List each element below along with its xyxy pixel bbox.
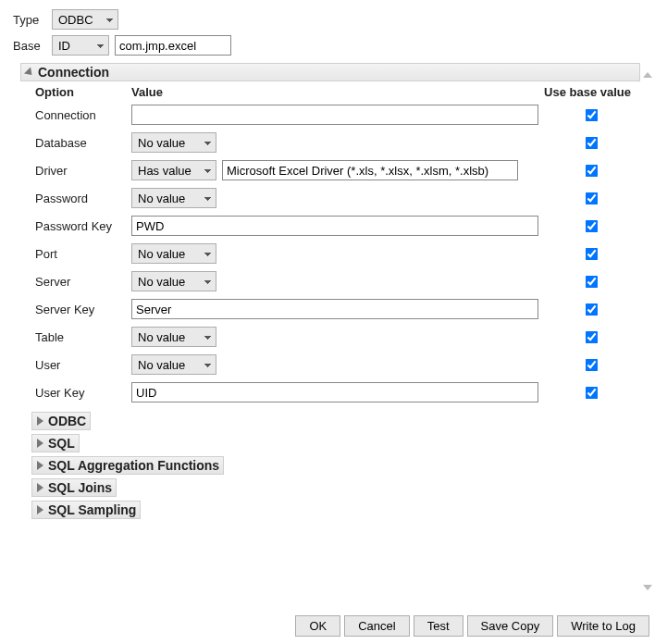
chevron-right-icon [37,416,43,426]
row-pwdkey-label: Password Key [35,212,128,238]
row-user-label: User [35,351,128,377]
chevron-right-icon [37,505,43,514]
serverkey-input[interactable] [131,299,538,319]
serverkey-usebase-check[interactable] [586,303,599,316]
chevron-right-icon [37,483,43,492]
section-sql-agg-header[interactable]: SQL Aggregation Functions [31,456,224,475]
port-select[interactable]: No value [131,243,216,264]
section-sql-joins-header[interactable]: SQL Joins [31,478,117,497]
content-area: Connection Option Value Use base value C… [0,63,655,521]
row-table-label: Table [35,323,128,349]
chevron-right-icon [37,439,43,448]
user-usebase-check[interactable] [586,358,599,371]
type-select[interactable]: ODBC [52,9,118,30]
row-database-label: Database [35,129,128,155]
driver-usebase-check[interactable] [586,164,599,177]
password-select[interactable]: No value [131,188,216,208]
row-password-label: Password [35,184,128,210]
chevron-right-icon [37,461,43,470]
base-label: Base [13,39,52,53]
section-odbc-title: ODBC [48,414,86,428]
section-sql-header[interactable]: SQL [31,434,80,452]
password-usebase-check[interactable] [586,192,599,204]
port-usebase-check[interactable] [586,247,599,260]
row-driver-label: Driver [35,156,128,182]
dialog-root: { "top": { "type_label": "Type", "type_v… [0,0,655,644]
database-select[interactable]: No value [131,132,216,153]
server-usebase-check[interactable] [586,275,599,288]
row-port-label: Port [35,240,128,266]
section-connection-title: Connection [38,65,109,80]
footer-buttons: OK Cancel Test Save Copy Write to Log [295,615,649,637]
row-serverkey-label: Server Key [35,295,128,321]
row-server-label: Server [35,267,128,293]
pwdkey-usebase-check[interactable] [586,219,599,232]
connection-grid: Option Value Use base value Connection D… [20,85,640,406]
row-connection-label: Connection [35,101,128,127]
section-sql-agg-title: SQL Aggregation Functions [48,458,219,473]
connection-usebase-check[interactable] [586,108,599,121]
section-sql-joins-title: SQL Joins [48,480,112,495]
section-sql-sampling-header[interactable]: SQL Sampling [31,501,141,519]
pwdkey-input[interactable] [131,216,538,236]
col-option: Option [35,85,128,101]
table-select[interactable]: No value [131,327,216,347]
section-sql-sampling-title: SQL Sampling [48,502,136,517]
userkey-input[interactable] [131,382,538,402]
userkey-usebase-check[interactable] [586,386,599,399]
database-usebase-check[interactable] [586,136,599,149]
section-connection-header[interactable]: Connection [20,63,640,81]
base-select[interactable]: ID [52,35,109,56]
collapsed-sections: ODBC SQL SQL Aggregation Functions SQL J… [20,410,640,521]
ok-button[interactable]: OK [295,615,340,637]
type-label: Type [13,13,52,27]
top-controls: Type ODBC Base ID [0,0,655,63]
table-usebase-check[interactable] [586,330,599,343]
chevron-down-icon [24,67,35,78]
save-copy-button[interactable]: Save Copy [467,615,554,637]
test-button[interactable]: Test [414,615,463,637]
section-odbc-header[interactable]: ODBC [31,412,91,430]
col-usebase: Use base value [542,85,640,101]
driver-input[interactable] [222,160,518,180]
scroll-up-icon [643,72,652,78]
cancel-button[interactable]: Cancel [344,615,409,637]
connection-input[interactable] [131,105,538,125]
section-sql-title: SQL [48,436,75,451]
base-id-input[interactable] [115,35,231,56]
write-log-button[interactable]: Write to Log [557,615,649,637]
server-select[interactable]: No value [131,271,216,291]
col-value: Value [131,85,538,101]
scrollbar[interactable] [642,72,653,590]
scroll-down-icon [643,585,652,590]
driver-select[interactable]: Has value [131,160,216,180]
user-select[interactable]: No value [131,354,216,375]
row-userkey-label: User Key [35,378,128,404]
